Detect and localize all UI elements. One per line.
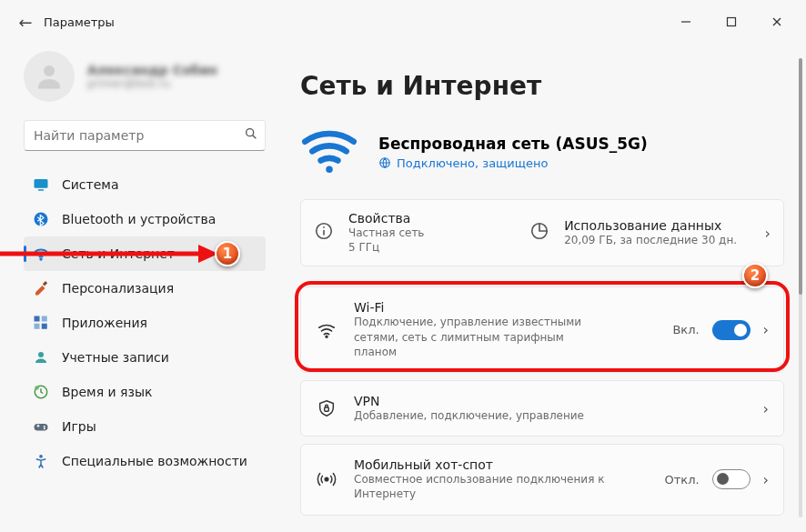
chart-icon [529, 221, 549, 245]
svg-rect-1 [728, 18, 736, 26]
profile-email: primer@test.ru [87, 77, 217, 90]
network-hero: Беспроводная сеть (ASUS_5G) Подключено, … [300, 121, 784, 183]
svg-rect-14 [35, 316, 40, 322]
card-vpn-title: VPN [354, 394, 747, 408]
globe-icon [378, 156, 391, 169]
usage-block[interactable]: Использование данных 20,09 ГБ, за послед… [529, 218, 742, 247]
wifi-large-icon [300, 121, 358, 183]
scrollbar[interactable] [799, 58, 802, 517]
card-wifi[interactable]: Wi-Fi Подключение, управление известными… [300, 286, 784, 373]
card-hotspot-title: Мобильный хот-спот [354, 457, 648, 472]
avatar [24, 51, 75, 102]
close-button[interactable] [764, 9, 790, 35]
properties-block[interactable]: Свойства Частная сеть 5 ГГц [314, 211, 508, 255]
window-controls [673, 9, 795, 35]
svg-point-31 [326, 336, 327, 337]
svg-rect-32 [325, 407, 329, 411]
card-hotspot[interactable]: Мобильный хот-спот Совместное использова… [300, 444, 784, 515]
apps-icon [33, 315, 49, 331]
network-status: Подключено, защищено [378, 156, 648, 170]
sidebar-item-apps[interactable]: Приложения [24, 306, 266, 340]
chevron-right-icon: › [763, 471, 769, 488]
hotspot-toggle[interactable] [712, 469, 751, 489]
sidebar-item-games[interactable]: Игры [24, 409, 266, 444]
properties-line1: Частная сеть [348, 226, 424, 240]
system-icon [33, 176, 49, 193]
svg-rect-7 [35, 179, 48, 188]
card-hotspot-sub: Совместное использование подключения к И… [354, 472, 648, 501]
wifi-toggle-label: Вкл. [672, 323, 699, 336]
sidebar-item-time[interactable]: Время и язык [24, 375, 266, 409]
svg-point-33 [325, 477, 328, 481]
svg-rect-16 [35, 324, 40, 329]
sidebar-item-personalization[interactable]: Персонализация [24, 271, 266, 306]
chevron-right-icon: › [763, 321, 769, 338]
search-box[interactable] [24, 120, 266, 151]
svg-point-18 [38, 352, 44, 357]
info-icon [314, 221, 334, 245]
sidebar-item-bluetooth[interactable]: Bluetooth и устройства [24, 202, 266, 236]
search-input[interactable] [24, 120, 266, 151]
sidebar-item-network[interactable]: Сеть и Интернет 1 [24, 236, 266, 271]
search-icon [244, 126, 258, 145]
usage-title: Использование данных [564, 218, 737, 233]
card-wifi-sub: Подключение, управление известными сетям… [354, 315, 590, 359]
window-title: Параметры [44, 15, 115, 29]
chevron-right-icon: › [763, 400, 769, 417]
card-vpn[interactable]: VPN Добавление, подключение, управление … [300, 380, 784, 437]
svg-rect-13 [43, 281, 47, 286]
svg-rect-17 [42, 324, 47, 329]
sidebar: Александр Собин primer@test.ru Система B… [0, 44, 282, 532]
game-icon [33, 418, 49, 435]
hotspot-icon [316, 469, 338, 489]
svg-line-6 [253, 136, 257, 139]
sidebar-item-label: Специальные возможности [62, 454, 247, 468]
svg-rect-15 [42, 316, 47, 322]
sidebar-item-system[interactable]: Система [24, 167, 266, 202]
sidebar-item-label: Система [62, 177, 118, 192]
network-name: Беспроводная сеть (ASUS_5G) [378, 135, 648, 153]
svg-point-4 [44, 65, 55, 76]
properties-line2: 5 ГГц [348, 240, 424, 255]
scrollbar-thumb[interactable] [799, 58, 802, 295]
nav-list: Система Bluetooth и устройства Сеть и Ин… [24, 167, 266, 478]
accessibility-icon [33, 453, 49, 469]
svg-point-12 [40, 258, 42, 260]
profile-text: Александр Собин primer@test.ru [87, 63, 217, 90]
sidebar-item-label: Приложения [62, 316, 147, 330]
sidebar-item-label: Игры [62, 419, 96, 434]
minimize-button[interactable] [673, 9, 699, 35]
usage-line1: 20,09 ГБ, за последние 30 дн. [564, 233, 737, 247]
summary-row: Свойства Частная сеть 5 ГГц Использовани… [300, 199, 784, 266]
sidebar-item-label: Сеть и Интернет [62, 246, 175, 261]
back-button[interactable]: ← [11, 7, 40, 36]
sidebar-item-accessibility[interactable]: Специальные возможности [24, 444, 266, 478]
title-bar: ← Параметры [0, 0, 806, 44]
svg-point-25 [326, 166, 332, 173]
profile-block[interactable]: Александр Собин primer@test.ru [24, 51, 266, 102]
chevron-right-icon: › [765, 225, 771, 242]
card-vpn-sub: Добавление, подключение, управление [354, 408, 747, 423]
properties-title: Свойства [348, 211, 424, 226]
wifi-icon [316, 320, 338, 340]
bluetooth-icon [33, 211, 49, 227]
sidebar-item-label: Bluetooth и устройства [62, 212, 216, 226]
shield-icon [316, 398, 338, 418]
brush-icon [33, 280, 49, 296]
main-content: Сеть и Интернет Беспроводная сеть (ASUS_… [282, 44, 806, 532]
wifi-toggle[interactable] [712, 320, 751, 340]
sidebar-item-accounts[interactable]: Учетные записи [24, 340, 266, 375]
svg-point-22 [44, 426, 45, 427]
svg-point-29 [323, 226, 325, 228]
maximize-button[interactable] [719, 9, 744, 35]
hotspot-toggle-label: Откл. [664, 473, 699, 487]
sidebar-item-label: Учетные записи [62, 350, 169, 365]
annotation-marker-2: 2 [742, 263, 768, 288]
svg-rect-8 [38, 189, 44, 191]
wifi-icon [33, 246, 49, 262]
svg-marker-11 [198, 245, 218, 263]
account-icon [33, 349, 49, 366]
svg-point-5 [247, 129, 254, 136]
svg-point-23 [44, 427, 45, 429]
annotation-marker-1: 1 [215, 241, 240, 266]
